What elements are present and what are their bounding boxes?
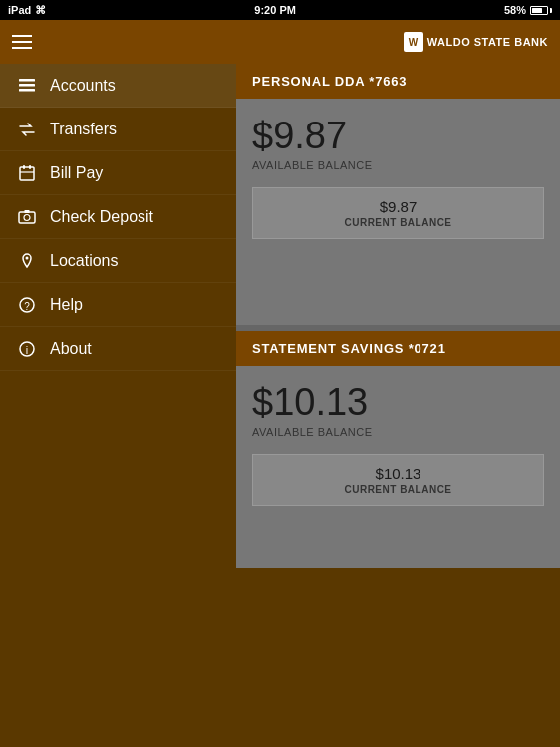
help-icon: ? [16,294,38,316]
sidebar-item-about[interactable]: i About [0,327,236,371]
status-right: 58% [504,4,552,16]
svg-rect-7 [19,212,35,223]
sidebar-item-checkdeposit[interactable]: Check Deposit [0,195,236,239]
sidebar-item-locations[interactable]: Locations [0,239,236,283]
checkdeposit-label: Check Deposit [50,208,153,226]
svg-rect-4 [23,165,25,169]
transfers-label: Transfers [50,121,117,138]
menu-button[interactable] [12,35,32,49]
locations-icon [16,250,38,272]
current-balance-amount-2: $10.13 [263,465,533,482]
sidebar-item-billpay[interactable]: Bill Pay [0,151,236,195]
current-balance-label-2: CURRENT BALANCE [263,484,533,495]
sidebar-item-transfers[interactable]: Transfers [0,108,236,151]
current-balance-label-1: CURRENT BALANCE [263,217,533,228]
svg-rect-2 [19,89,35,92]
accounts-label: Accounts [50,77,116,95]
wifi-icon: ⌘ [35,4,46,17]
account-title-statement-savings: STATEMENT SAVINGS *0721 [252,341,446,356]
available-balance-label-2: AVAILABLE BALANCE [252,426,544,438]
svg-rect-3 [20,167,34,180]
nav-bar: W WALDO STATE BANK [0,20,560,64]
battery-icon [530,6,552,15]
device-label: iPad [8,4,31,16]
account-card-personal-dda: PERSONAL DDA *7663 $9.87 AVAILABLE BALAN… [236,64,560,325]
sidebar-item-accounts[interactable]: Accounts [0,64,236,108]
about-label: About [50,340,92,358]
available-balance-amount-2: $10.13 [252,381,544,424]
battery-percent: 58% [504,4,526,16]
svg-rect-1 [19,84,35,87]
accounts-icon [16,75,38,97]
status-bar: iPad ⌘ 9:20 PM 58% [0,0,560,20]
available-balance-label-1: AVAILABLE BALANCE [252,159,544,171]
transfers-icon [16,119,38,140]
locations-label: Locations [50,252,119,270]
time-display: 9:20 PM [254,4,296,16]
status-left: iPad ⌘ [8,4,46,17]
svg-text:i: i [26,343,28,355]
account-header-personal-dda: PERSONAL DDA *7663 [236,64,560,99]
current-balance-box-1: $9.87 CURRENT BALANCE [252,187,544,239]
nav-bar-left [12,35,32,49]
account-footer-2 [252,512,544,572]
bank-name-right: WALDO STATE BANK [427,36,548,48]
svg-rect-5 [29,165,31,169]
account-title-personal-dda: PERSONAL DDA *7663 [252,74,407,89]
current-balance-box-2: $10.13 CURRENT BALANCE [252,454,544,506]
current-balance-amount-1: $9.87 [263,198,533,215]
billpay-label: Bill Pay [50,164,103,182]
account-header-statement-savings: STATEMENT SAVINGS *0721 [236,331,560,366]
help-label: Help [50,296,83,314]
bottom-area [236,568,560,747]
sidebar: Accounts Transfers Bill Pay [0,64,236,747]
account-footer-1 [252,245,544,305]
account-card-statement-savings: STATEMENT SAVINGS *0721 $10.13 AVAILABLE… [236,331,560,592]
checkdeposit-icon [16,206,38,228]
about-icon: i [16,338,38,360]
sidebar-item-help[interactable]: ? Help [0,283,236,327]
svg-rect-9 [25,210,30,213]
svg-rect-0 [19,79,35,82]
svg-point-8 [24,214,30,220]
svg-text:?: ? [24,300,30,311]
billpay-icon [16,162,38,184]
available-balance-amount-1: $9.87 [252,115,544,157]
account-body-personal-dda: $9.87 AVAILABLE BALANCE $9.87 CURRENT BA… [236,99,560,325]
bank-logo-right: W [404,32,423,52]
account-body-statement-savings: $10.13 AVAILABLE BALANCE $10.13 CURRENT … [236,366,560,592]
svg-point-10 [26,256,29,259]
nav-brand-right: W WALDO STATE BANK [404,32,548,52]
